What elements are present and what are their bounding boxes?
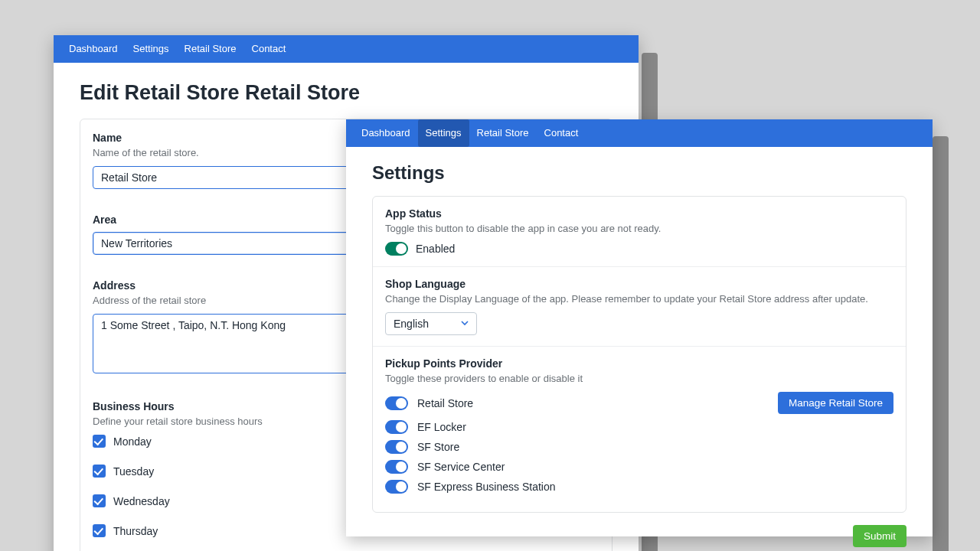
status-toggle[interactable] <box>385 242 408 256</box>
provider-toggle[interactable] <box>385 480 408 494</box>
manage-retail-store-button[interactable]: Manage Retail Store <box>778 392 893 414</box>
day-label: Monday <box>113 435 152 448</box>
nav-contact[interactable]: Contact <box>244 35 294 63</box>
provider-row: SF Store <box>385 440 893 454</box>
providers-label: Pickup Points Provider <box>385 357 893 370</box>
page-title: Edit Retail Store Retail Store <box>80 81 612 105</box>
nav-contact[interactable]: Contact <box>537 119 586 147</box>
nav-dashboard[interactable]: Dashboard <box>354 119 418 147</box>
day-checkbox[interactable] <box>93 524 106 537</box>
provider-row: SF Express Business Station <box>385 480 893 494</box>
nav-retailstore[interactable]: Retail Store <box>469 119 537 147</box>
day-label: Wednesday <box>113 495 170 507</box>
provider-row: EF Locker <box>385 420 893 434</box>
provider-label: SF Express Business Station <box>417 481 556 493</box>
settings-window: Dashboard Settings Retail Store Contact … <box>346 119 933 536</box>
language-help: Change the Display Language of the app. … <box>385 293 893 305</box>
nav-settings[interactable]: Settings <box>126 35 177 63</box>
provider-label: SF Service Center <box>417 461 505 473</box>
provider-toggle[interactable] <box>385 460 408 474</box>
day-label: Thursday <box>113 525 158 537</box>
providers-help: Toggle these providers to enable or disa… <box>385 373 893 384</box>
provider-label: SF Store <box>417 441 459 453</box>
day-checkbox[interactable] <box>93 494 106 507</box>
status-state: Enabled <box>416 243 455 255</box>
nav-dashboard[interactable]: Dashboard <box>61 35 126 63</box>
navbar: Dashboard Settings Retail Store Contact <box>54 35 639 63</box>
provider-row: SF Service Center <box>385 460 893 474</box>
provider-row: Retail StoreManage Retail Store <box>385 392 893 414</box>
bg-shape <box>933 136 949 551</box>
status-help: Toggle this button to disable the app in… <box>385 223 893 234</box>
status-label: App Status <box>385 207 893 220</box>
day-checkbox[interactable] <box>93 465 106 478</box>
page-title: Settings <box>372 162 906 184</box>
settings-card: App Status Toggle this button to disable… <box>372 196 906 513</box>
provider-toggle[interactable] <box>385 396 408 410</box>
submit-button[interactable]: Submit <box>853 525 906 547</box>
provider-toggle[interactable] <box>385 420 408 434</box>
day-checkbox[interactable] <box>93 435 106 448</box>
language-select[interactable]: English <box>385 312 477 335</box>
nav-settings[interactable]: Settings <box>418 119 469 147</box>
provider-label: EF Locker <box>417 421 466 433</box>
navbar: Dashboard Settings Retail Store Contact <box>346 119 933 147</box>
provider-label: Retail Store <box>417 397 473 409</box>
language-label: Shop Language <box>385 278 893 290</box>
provider-toggle[interactable] <box>385 440 408 454</box>
nav-retailstore[interactable]: Retail Store <box>177 35 244 63</box>
day-label: Tuesday <box>113 465 154 478</box>
